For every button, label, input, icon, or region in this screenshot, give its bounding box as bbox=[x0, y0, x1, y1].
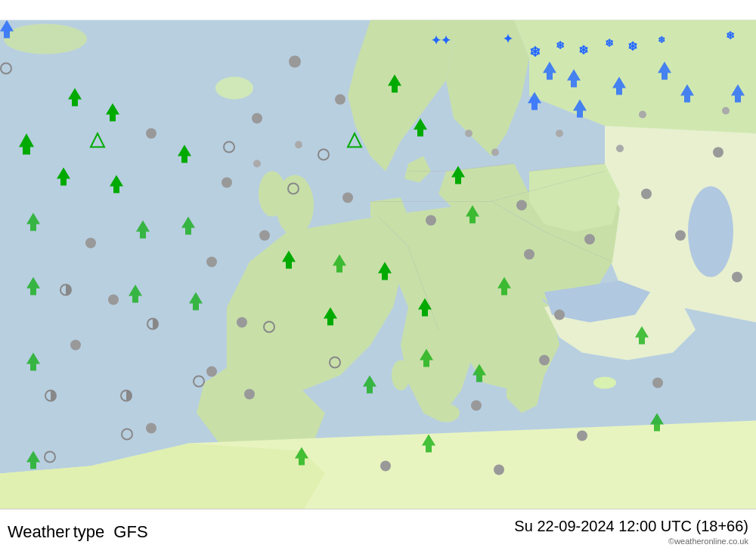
drizzle-symbol bbox=[616, 145, 624, 153]
weather-text: Weather bbox=[8, 522, 70, 542]
drizzle-symbol bbox=[639, 111, 646, 119]
snow-symbol: ❄ bbox=[556, 39, 565, 51]
cloud-symbol bbox=[289, 56, 301, 68]
snow-symbol: ✦✦ bbox=[431, 34, 451, 47]
snow-symbol: ❄ bbox=[605, 37, 614, 49]
datetime-text: Su 22-09-2024 12:00 UTC (18+66) bbox=[514, 518, 748, 535]
cloud-symbol bbox=[732, 272, 742, 283]
cloud-symbol bbox=[146, 128, 156, 139]
drizzle-symbol bbox=[491, 149, 499, 156]
cloud-symbol bbox=[259, 231, 270, 241]
cloud-symbol bbox=[426, 215, 436, 226]
svg-point-6 bbox=[432, 404, 460, 422]
snow-symbol: ❄ bbox=[578, 44, 588, 57]
cloud-symbol bbox=[584, 234, 595, 245]
drizzle-symbol bbox=[295, 141, 302, 149]
cloud-symbol bbox=[380, 461, 391, 472]
model-text: GFS bbox=[113, 522, 147, 542]
cloud-symbol bbox=[577, 431, 587, 441]
cloud-symbol bbox=[641, 189, 652, 200]
svg-point-4 bbox=[259, 172, 286, 217]
snow-symbol: ❄ bbox=[658, 35, 665, 45]
cloud-symbol bbox=[713, 147, 723, 158]
cloud-symbol bbox=[252, 113, 262, 124]
snow-symbol: ❄ bbox=[627, 40, 637, 53]
cloud-symbol bbox=[206, 367, 217, 377]
cloud-symbol bbox=[675, 231, 686, 241]
cloud-symbol bbox=[146, 423, 156, 434]
cloud-symbol bbox=[108, 295, 119, 305]
cloud-symbol bbox=[85, 238, 96, 249]
map-container: ✦✦ ✦ ❄ ❄ ❄ ❄ ❄ ❄ ❄ bbox=[0, 0, 756, 554]
drizzle-symbol bbox=[556, 130, 563, 138]
cloud-symbol bbox=[524, 249, 534, 260]
svg-point-7 bbox=[593, 377, 616, 389]
cloud-symbol bbox=[70, 340, 81, 351]
svg-point-5 bbox=[392, 361, 410, 391]
attribution-text: ©weatheronline.co.uk bbox=[668, 537, 748, 546]
cloud-symbol bbox=[652, 378, 663, 388]
drizzle-symbol bbox=[253, 160, 261, 168]
map-title: Weather type GFS bbox=[8, 522, 148, 542]
weather-map: ✦✦ ✦ ❄ ❄ ❄ ❄ ❄ ❄ ❄ bbox=[0, 0, 756, 554]
snow-symbol: ✦ bbox=[503, 32, 513, 45]
cloud-symbol bbox=[237, 317, 247, 328]
datetime-section: Su 22-09-2024 12:00 UTC (18+66) ©weather… bbox=[514, 518, 748, 546]
svg-point-2 bbox=[215, 77, 253, 100]
cloud-symbol bbox=[471, 401, 482, 411]
type-text: type bbox=[73, 522, 105, 542]
snow-symbol: ❄ bbox=[726, 29, 735, 42]
svg-point-8 bbox=[688, 187, 733, 277]
cloud-symbol bbox=[335, 94, 345, 105]
cloud-symbol bbox=[494, 465, 504, 475]
cloud-symbol bbox=[516, 200, 527, 211]
info-bar: Weather type GFS Su 22-09-2024 12:00 UTC… bbox=[0, 509, 756, 554]
drizzle-symbol bbox=[465, 130, 472, 138]
cloud-symbol bbox=[244, 389, 255, 400]
cloud-symbol bbox=[554, 310, 565, 320]
cloud-symbol bbox=[539, 355, 550, 366]
svg-point-1 bbox=[4, 24, 87, 54]
cloud-symbol bbox=[222, 178, 232, 188]
cloud-symbol bbox=[206, 257, 217, 268]
drizzle-symbol bbox=[722, 107, 730, 115]
cloud-symbol bbox=[342, 193, 353, 203]
snow-symbol: ❄ bbox=[529, 45, 541, 60]
